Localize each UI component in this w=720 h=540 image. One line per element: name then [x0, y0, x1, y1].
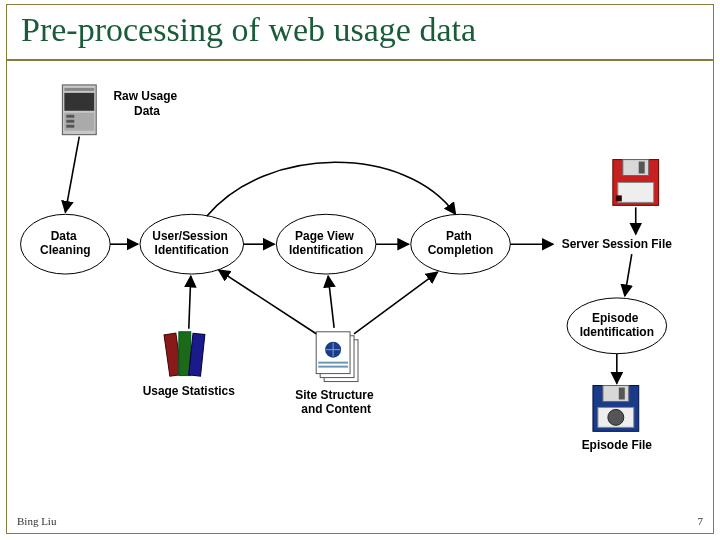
svg-line-36: [65, 137, 79, 213]
svg-rect-23: [603, 386, 629, 402]
svg-rect-6: [66, 125, 74, 128]
usage-statistics-label: Usage Statistics: [143, 384, 236, 398]
site-structure-label: Site Structure and Content: [295, 388, 377, 416]
svg-rect-4: [66, 115, 74, 118]
diagram-area: Raw Usage Data Data Cleaning User/Sessio…: [7, 65, 713, 503]
footer-author: Bing Liu: [17, 515, 56, 527]
slide-frame: Pre-processing of web usage data Raw Usa…: [6, 4, 714, 534]
svg-rect-18: [618, 182, 654, 202]
svg-text:Page View
          Identifica: Page View Identification: [289, 229, 363, 257]
path-completion-node: Path Completion: [411, 214, 511, 274]
svg-text:User/Session
          Identif: User/Session Identification: [152, 229, 231, 257]
episode-identification-node: Episode Identification: [567, 298, 667, 354]
svg-rect-24: [619, 388, 625, 400]
svg-rect-19: [616, 195, 622, 201]
user-session-node: User/Session Identification: [140, 214, 244, 274]
page-view-node: Page View Identification: [276, 214, 376, 274]
footer-page: 7: [698, 515, 704, 527]
svg-rect-1: [64, 88, 94, 91]
red-floppy-icon: [613, 160, 659, 206]
raw-usage-label: Raw Usage Data: [113, 89, 180, 118]
slide-title: Pre-processing of web usage data: [7, 5, 713, 61]
svg-line-45: [219, 270, 317, 334]
svg-line-47: [354, 272, 438, 334]
blue-floppy-icon: [593, 386, 639, 432]
books-icon: [164, 332, 205, 376]
svg-point-26: [608, 409, 624, 425]
svg-line-44: [189, 276, 191, 329]
episode-file-label: Episode File: [582, 438, 653, 452]
svg-rect-16: [623, 160, 649, 176]
svg-rect-34: [318, 362, 348, 364]
svg-rect-5: [66, 120, 74, 123]
svg-rect-17: [639, 162, 645, 174]
svg-line-41: [625, 254, 632, 296]
svg-rect-35: [318, 366, 348, 368]
server-session-file-label: Server Session File: [562, 237, 673, 251]
document-stack-icon: [316, 332, 358, 382]
server-icon: [62, 85, 96, 135]
data-cleaning-node: Data Cleaning: [21, 214, 111, 274]
svg-line-46: [328, 276, 334, 328]
svg-rect-2: [64, 93, 94, 111]
